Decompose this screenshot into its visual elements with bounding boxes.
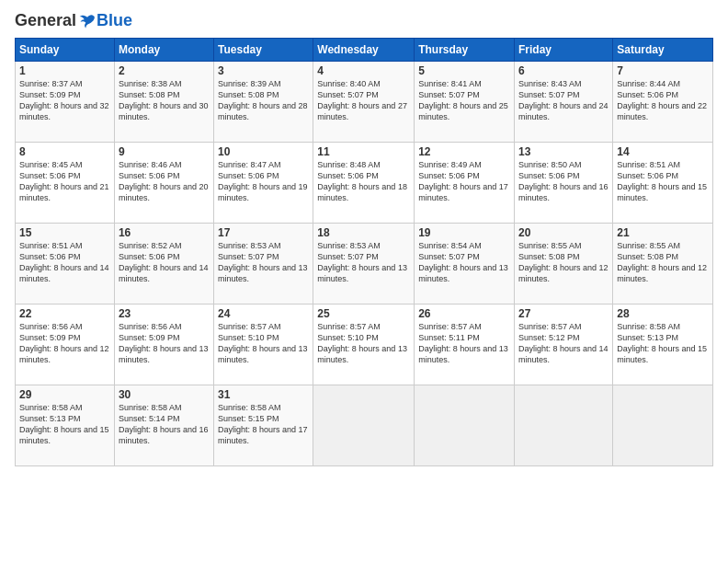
calendar-cell: 5Sunrise: 8:41 AMSunset: 5:07 PMDaylight…: [415, 62, 515, 143]
calendar-cell: 23Sunrise: 8:56 AMSunset: 5:09 PMDayligh…: [114, 304, 213, 385]
day-number: 16: [119, 226, 210, 239]
sunrise-text: Sunrise: 8:50 AM: [518, 160, 582, 169]
sunset-text: Sunset: 5:15 PM: [218, 414, 279, 423]
cell-content: Sunrise: 8:58 AMSunset: 5:14 PMDaylight:…: [119, 402, 210, 447]
calendar-cell: 13Sunrise: 8:50 AMSunset: 5:06 PMDayligh…: [515, 143, 613, 224]
daylight-text: Daylight: 8 hours and 16 minutes.: [119, 425, 209, 445]
day-number: 27: [518, 307, 609, 320]
calendar-cell: 9Sunrise: 8:46 AMSunset: 5:06 PMDaylight…: [114, 143, 213, 224]
cell-content: Sunrise: 8:58 AMSunset: 5:13 PMDaylight:…: [617, 321, 709, 366]
sunrise-text: Sunrise: 8:46 AM: [119, 160, 182, 169]
day-number: 9: [119, 145, 210, 158]
daylight-text: Daylight: 8 hours and 17 minutes.: [218, 425, 308, 445]
calendar-cell: 19Sunrise: 8:54 AMSunset: 5:07 PMDayligh…: [415, 224, 515, 304]
sunset-text: Sunset: 5:07 PM: [218, 252, 279, 261]
cell-content: Sunrise: 8:56 AMSunset: 5:09 PMDaylight:…: [119, 321, 210, 366]
sunrise-text: Sunrise: 8:58 AM: [119, 403, 182, 412]
daylight-text: Daylight: 8 hours and 32 minutes.: [19, 101, 109, 121]
sunrise-text: Sunrise: 8:53 AM: [218, 241, 281, 250]
calendar-body: 1Sunrise: 8:37 AMSunset: 5:09 PMDaylight…: [16, 62, 713, 466]
sunrise-text: Sunrise: 8:51 AM: [617, 160, 680, 169]
daylight-text: Daylight: 8 hours and 30 minutes.: [119, 101, 209, 121]
day-number: 18: [317, 226, 410, 239]
sunset-text: Sunset: 5:06 PM: [19, 171, 81, 180]
cell-content: Sunrise: 8:45 AMSunset: 5:06 PMDaylight:…: [19, 159, 110, 204]
calendar-cell: 10Sunrise: 8:47 AMSunset: 5:06 PMDayligh…: [214, 143, 313, 224]
sunrise-text: Sunrise: 8:58 AM: [617, 322, 680, 331]
cell-content: Sunrise: 8:41 AMSunset: 5:07 PMDaylight:…: [418, 78, 510, 123]
day-number: 3: [218, 64, 309, 77]
cell-content: Sunrise: 8:40 AMSunset: 5:07 PMDaylight:…: [317, 78, 410, 123]
column-header-monday: Monday: [114, 39, 213, 62]
daylight-text: Daylight: 8 hours and 25 minutes.: [418, 101, 508, 121]
sunset-text: Sunset: 5:06 PM: [317, 171, 379, 180]
day-number: 8: [19, 145, 110, 158]
sunrise-text: Sunrise: 8:39 AM: [218, 79, 281, 88]
cell-content: Sunrise: 8:37 AMSunset: 5:09 PMDaylight:…: [19, 78, 110, 123]
calendar-cell: 20Sunrise: 8:55 AMSunset: 5:08 PMDayligh…: [515, 224, 613, 304]
sunset-text: Sunset: 5:08 PM: [518, 252, 580, 261]
sunrise-text: Sunrise: 8:49 AM: [418, 160, 482, 169]
calendar-cell: 29Sunrise: 8:58 AMSunset: 5:13 PMDayligh…: [16, 385, 115, 466]
sunrise-text: Sunrise: 8:55 AM: [617, 241, 680, 250]
calendar-cell: 15Sunrise: 8:51 AMSunset: 5:06 PMDayligh…: [16, 224, 115, 304]
cell-content: Sunrise: 8:57 AMSunset: 5:10 PMDaylight:…: [218, 321, 309, 366]
calendar-cell: 21Sunrise: 8:55 AMSunset: 5:08 PMDayligh…: [613, 224, 713, 304]
daylight-text: Daylight: 8 hours and 14 minutes.: [518, 344, 609, 364]
sunrise-text: Sunrise: 8:52 AM: [119, 241, 182, 250]
day-number: 13: [518, 145, 609, 158]
daylight-text: Daylight: 8 hours and 21 minutes.: [19, 182, 109, 202]
calendar-table: SundayMondayTuesdayWednesdayThursdayFrid…: [15, 38, 713, 466]
calendar-cell: 28Sunrise: 8:58 AMSunset: 5:13 PMDayligh…: [613, 304, 713, 385]
day-number: 29: [19, 388, 110, 401]
day-number: 19: [418, 226, 510, 239]
sunrise-text: Sunrise: 8:56 AM: [19, 322, 83, 331]
sunset-text: Sunset: 5:10 PM: [218, 333, 279, 342]
calendar-cell: [415, 385, 515, 466]
cell-content: Sunrise: 8:54 AMSunset: 5:07 PMDaylight:…: [418, 240, 510, 285]
cell-content: Sunrise: 8:57 AMSunset: 5:11 PMDaylight:…: [418, 321, 510, 366]
daylight-text: Daylight: 8 hours and 15 minutes.: [19, 425, 109, 445]
sunset-text: Sunset: 5:14 PM: [119, 414, 180, 423]
calendar-cell: 14Sunrise: 8:51 AMSunset: 5:06 PMDayligh…: [613, 143, 713, 224]
cell-content: Sunrise: 8:51 AMSunset: 5:06 PMDaylight:…: [617, 159, 709, 204]
calendar-cell: 18Sunrise: 8:53 AMSunset: 5:07 PMDayligh…: [313, 224, 415, 304]
day-number: 28: [617, 307, 709, 320]
sunset-text: Sunset: 5:13 PM: [617, 333, 678, 342]
sunset-text: Sunset: 5:06 PM: [218, 171, 279, 180]
cell-content: Sunrise: 8:46 AMSunset: 5:06 PMDaylight:…: [119, 159, 210, 204]
sunrise-text: Sunrise: 8:57 AM: [317, 322, 381, 331]
day-number: 1: [19, 64, 110, 77]
calendar-row: 15Sunrise: 8:51 AMSunset: 5:06 PMDayligh…: [16, 224, 713, 304]
cell-content: Sunrise: 8:57 AMSunset: 5:12 PMDaylight:…: [518, 321, 609, 366]
daylight-text: Daylight: 8 hours and 12 minutes.: [617, 263, 707, 283]
day-number: 15: [19, 226, 110, 239]
daylight-text: Daylight: 8 hours and 14 minutes.: [119, 263, 209, 283]
sunset-text: Sunset: 5:06 PM: [617, 171, 678, 180]
calendar-cell: 2Sunrise: 8:38 AMSunset: 5:08 PMDaylight…: [114, 62, 213, 143]
day-number: 31: [218, 388, 309, 401]
day-number: 26: [418, 307, 510, 320]
sunrise-text: Sunrise: 8:37 AM: [19, 79, 83, 88]
daylight-text: Daylight: 8 hours and 18 minutes.: [317, 182, 407, 202]
sunset-text: Sunset: 5:06 PM: [119, 252, 180, 261]
sunset-text: Sunset: 5:06 PM: [617, 90, 678, 99]
sunset-text: Sunset: 5:06 PM: [518, 171, 580, 180]
day-number: 30: [119, 388, 210, 401]
daylight-text: Daylight: 8 hours and 20 minutes.: [119, 182, 209, 202]
calendar-cell: 30Sunrise: 8:58 AMSunset: 5:14 PMDayligh…: [114, 385, 213, 466]
daylight-text: Daylight: 8 hours and 27 minutes.: [317, 101, 407, 121]
cell-content: Sunrise: 8:53 AMSunset: 5:07 PMDaylight:…: [218, 240, 309, 285]
calendar-row: 22Sunrise: 8:56 AMSunset: 5:09 PMDayligh…: [16, 304, 713, 385]
calendar-cell: 1Sunrise: 8:37 AMSunset: 5:09 PMDaylight…: [16, 62, 115, 143]
cell-content: Sunrise: 8:44 AMSunset: 5:06 PMDaylight:…: [617, 78, 709, 123]
calendar-cell: 31Sunrise: 8:58 AMSunset: 5:15 PMDayligh…: [214, 385, 313, 466]
cell-content: Sunrise: 8:47 AMSunset: 5:06 PMDaylight:…: [218, 159, 309, 204]
daylight-text: Daylight: 8 hours and 13 minutes.: [119, 344, 209, 364]
sunrise-text: Sunrise: 8:54 AM: [418, 241, 482, 250]
sunrise-text: Sunrise: 8:56 AM: [119, 322, 182, 331]
calendar-cell: 16Sunrise: 8:52 AMSunset: 5:06 PMDayligh…: [114, 224, 213, 304]
logo-bird-icon: [78, 12, 97, 30]
sunset-text: Sunset: 5:06 PM: [418, 171, 480, 180]
day-number: 17: [218, 226, 309, 239]
